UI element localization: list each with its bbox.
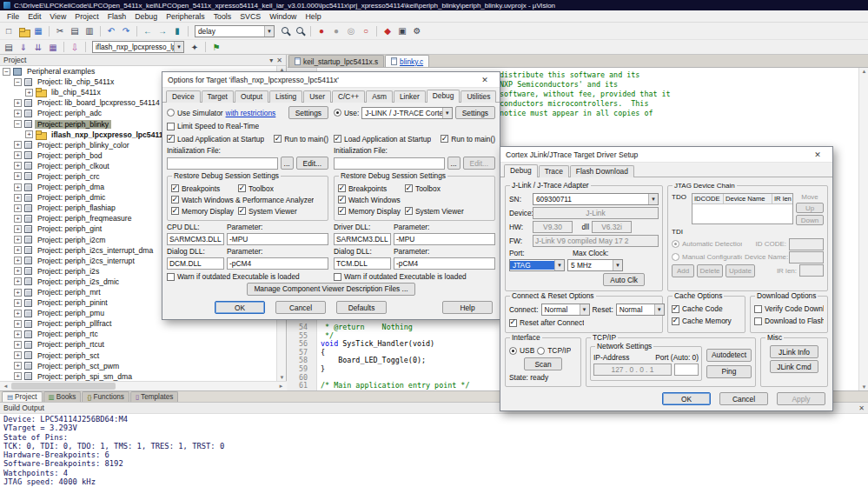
menu-help[interactable]: Help	[301, 11, 325, 22]
expander-icon[interactable]: +	[14, 151, 22, 159]
scroll-up-icon[interactable]: ▲	[859, 69, 868, 74]
ok-button[interactable]: OK	[662, 392, 711, 405]
editor-tab-keil-startup-lpc5411x-s[interactable]: keil_startup_lpc5411x.s	[288, 55, 384, 67]
cpu-dll-input[interactable]: SARMCM3.DLL	[167, 233, 224, 245]
expander-icon[interactable]: +	[14, 289, 22, 297]
download-flash-icon[interactable]: ⇩	[68, 41, 82, 54]
port-select[interactable]: JTAG▼	[509, 259, 565, 271]
jlink-tab-debug[interactable]: Debug	[504, 164, 538, 177]
new-file-icon[interactable]: □	[2, 24, 16, 37]
batch-build-icon[interactable]: ▦	[46, 41, 60, 54]
workspace-tab-templates[interactable]: ▯Templates	[130, 391, 178, 402]
cache-memory-checkbox[interactable]: Cache Memory	[672, 317, 732, 325]
chain-up-button[interactable]: Up	[796, 203, 824, 213]
expander-icon[interactable]: +	[14, 310, 22, 317]
nav-back-icon[interactable]: ←	[141, 24, 155, 37]
cpu-parameter-input[interactable]: -MPU	[227, 233, 328, 245]
sim-toolbox-checkbox[interactable]: Toolbox	[238, 184, 274, 193]
sim-run-to-main-checkbox[interactable]: Run to main()	[274, 135, 328, 143]
open-folder-icon[interactable]	[17, 24, 30, 37]
expander-icon[interactable]: +	[14, 172, 22, 180]
flag-icon[interactable]: ⚑	[209, 41, 223, 54]
nav-forward-icon[interactable]: →	[156, 24, 169, 37]
sim-dialog-dll-input[interactable]: DCM.DLL	[167, 257, 224, 270]
breakpoint-enable-icon[interactable]: ●	[329, 24, 343, 37]
tree-item[interactable]: +Project: periph_spi_sm_dma	[0, 371, 277, 381]
breakpoint-disable-all-icon[interactable]: ◎	[344, 24, 358, 37]
reset-after-connect-checkbox[interactable]: Reset after Connect	[509, 318, 584, 327]
tree-item[interactable]: +Project: periph_rtcut	[0, 339, 277, 350]
expander-icon[interactable]: +	[14, 225, 22, 233]
expander-icon[interactable]: +	[14, 141, 22, 149]
debugger-select[interactable]: J-LINK / J-TRACE Cortex▼	[361, 107, 453, 119]
dbg-watch-windows-checkbox[interactable]: Watch Windows	[338, 196, 401, 204]
options-tab-utilities[interactable]: Utilities	[461, 90, 496, 103]
chain-add-button[interactable]: Add	[672, 264, 694, 277]
breakpoint-kill-all-icon[interactable]: ○	[359, 24, 373, 37]
jlink-dialog-titlebar[interactable]: Cortex JLink/JTrace Target Driver Setup …	[500, 147, 832, 163]
options-tab-asm[interactable]: Asm	[366, 90, 393, 103]
manual-configuration-radio[interactable]: Manual Configuration	[672, 253, 742, 261]
dbg-init-file-edit-button[interactable]: Edit...	[463, 157, 495, 170]
target-options-icon[interactable]: ✦	[188, 41, 202, 54]
panel-close-icon[interactable]: ✕	[276, 57, 282, 64]
options-tab-output[interactable]: Output	[235, 90, 268, 103]
panel-menu-icon[interactable]: ▾	[269, 57, 273, 64]
expander-icon[interactable]: +	[14, 215, 22, 223]
close-icon[interactable]: ✕	[475, 76, 494, 84]
chevron-down-icon[interactable]: ▼	[442, 108, 452, 118]
reset-select[interactable]: Normal▼	[616, 304, 665, 316]
menu-svcs[interactable]: SVCS	[235, 11, 265, 22]
options-tab-target[interactable]: Target	[202, 90, 234, 103]
chevron-down-icon[interactable]: ▼	[613, 260, 622, 270]
with-restrictions-link[interactable]: with restrictions	[226, 109, 276, 117]
window-layout-icon[interactable]: ▣	[395, 24, 409, 37]
sim-system-viewer-checkbox[interactable]: System Viewer	[238, 207, 297, 216]
undo-icon[interactable]: ↶	[104, 24, 118, 37]
sim-init-file-browse-button[interactable]: ...	[281, 157, 294, 170]
sim-watch-checkbox[interactable]: Watch Windows & Performance Analyzer	[171, 196, 314, 204]
expander-icon[interactable]: +	[14, 299, 22, 307]
defaults-button[interactable]: Defaults	[336, 301, 387, 314]
cut-icon[interactable]: ✂	[53, 24, 67, 37]
sim-init-file-input[interactable]	[167, 157, 278, 170]
cancel-button[interactable]: Cancel	[275, 301, 326, 314]
tree-item[interactable]: +Project: periph_sct_pwm	[0, 361, 277, 371]
expander-icon[interactable]: +	[25, 130, 33, 138]
cancel-button[interactable]: Cancel	[719, 392, 768, 405]
sim-dialog-parameter-input[interactable]: -pCM4	[227, 257, 328, 270]
use-debugger-radio[interactable]: Use:	[334, 109, 359, 117]
scroll-down-icon[interactable]: ▼	[859, 384, 868, 390]
workspace-tab-project[interactable]: ▤Project	[2, 391, 43, 402]
expander-icon[interactable]: +	[14, 277, 22, 285]
expander-icon[interactable]: +	[14, 330, 22, 338]
expander-icon[interactable]: +	[14, 246, 22, 254]
redo-icon[interactable]: ↷	[119, 24, 133, 37]
chain-update-button[interactable]: Update	[726, 264, 755, 277]
editor-vscrollbar[interactable]: ▲ ▼	[858, 68, 868, 390]
dbg-run-to-main-checkbox[interactable]: Run to main()	[441, 135, 495, 143]
sim-memory-display-checkbox[interactable]: Memory Display	[171, 207, 235, 216]
menu-edit[interactable]: Edit	[23, 11, 45, 22]
automatic-detection-radio[interactable]: Automatic Detection	[672, 240, 742, 248]
tree-item[interactable]: +Project: periph_sct	[0, 350, 277, 361]
dbg-warn-outdated-checkbox[interactable]: Warn if outdated Executable is loaded	[334, 272, 467, 281]
limit-speed-checkbox[interactable]: Limit Speed to Real-Time	[167, 122, 259, 130]
menu-debug[interactable]: Debug	[130, 11, 162, 22]
jlink-tab-flash-download[interactable]: Flash Download	[570, 165, 634, 177]
chain-delete-button[interactable]: Delete	[697, 264, 723, 277]
auto-clk-button[interactable]: Auto Clk	[603, 273, 645, 286]
chevron-down-icon[interactable]: ▼	[174, 42, 183, 52]
dbg-system-viewer-checkbox[interactable]: System Viewer	[405, 207, 464, 216]
options-tab-debug[interactable]: Debug	[427, 90, 461, 103]
apply-button[interactable]: Apply	[777, 392, 825, 405]
jlink-tab-trace[interactable]: Trace	[539, 165, 569, 177]
download-to-flash-checkbox[interactable]: Download to Flash	[754, 317, 824, 325]
bookmark-icon[interactable]: ▮	[170, 24, 184, 37]
expander-icon[interactable]: +	[14, 236, 22, 244]
manage-component-viewer-button[interactable]: Manage Component Viewer Description File…	[247, 283, 414, 296]
options-tab-linker[interactable]: Linker	[394, 90, 426, 103]
expander-icon[interactable]: +	[14, 257, 22, 264]
find-icon[interactable]	[293, 24, 307, 37]
driver-dll-input[interactable]: SARMCM3.DLL	[334, 233, 391, 245]
